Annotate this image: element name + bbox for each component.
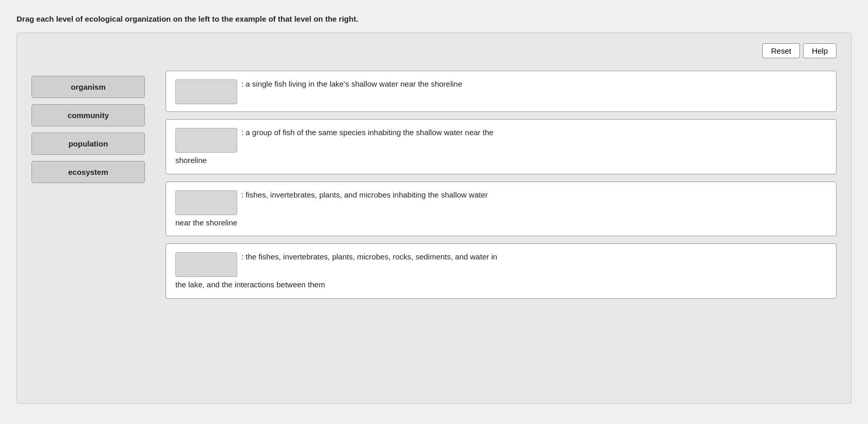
top-buttons: Reset Help: [31, 43, 837, 58]
page-wrapper: Drag each level of ecological organizati…: [0, 0, 868, 404]
drop-zone-3-text-line1: : fishes, invertebrates, plants, and mic…: [241, 189, 488, 201]
drop-box-1[interactable]: [175, 79, 237, 104]
content-area: organism community population ecosystem …: [31, 71, 837, 299]
drag-item-community[interactable]: community: [31, 104, 145, 126]
left-panel: organism community population ecosystem: [31, 71, 145, 183]
drop-zone-2[interactable]: : a group of fish of the same species in…: [166, 119, 837, 174]
drop-zone-3-text-line2: near the shoreline: [175, 217, 827, 229]
drop-zone-3[interactable]: : fishes, invertebrates, plants, and mic…: [166, 182, 837, 237]
drop-zone-3-firstline: : fishes, invertebrates, plants, and mic…: [175, 189, 827, 215]
drag-item-population[interactable]: population: [31, 133, 145, 155]
drop-zone-2-text-line1: : a group of fish of the same species in…: [241, 127, 494, 139]
drag-item-ecosystem[interactable]: ecosystem: [31, 161, 145, 183]
drop-zone-2-firstline: : a group of fish of the same species in…: [175, 127, 827, 153]
drop-box-2[interactable]: [175, 128, 237, 153]
reset-button[interactable]: Reset: [762, 43, 800, 58]
activity-container: Reset Help organism community population…: [17, 32, 851, 404]
drop-zone-1[interactable]: : a single fish living in the lake’s sha…: [166, 71, 837, 112]
drop-zone-1-text: : a single fish living in the lake’s sha…: [241, 78, 827, 90]
drag-item-organism[interactable]: organism: [31, 76, 145, 98]
instructions: Drag each level of ecological organizati…: [17, 14, 851, 23]
help-button[interactable]: Help: [803, 43, 837, 58]
drop-zone-4-firstline: : the fishes, invertebrates, plants, mic…: [175, 251, 827, 277]
drop-zone-3-content: : fishes, invertebrates, plants, and mic…: [175, 189, 827, 229]
drop-zone-4-content: : the fishes, invertebrates, plants, mic…: [175, 251, 827, 291]
right-panel: : a single fish living in the lake’s sha…: [166, 71, 837, 299]
drop-zone-4[interactable]: : the fishes, invertebrates, plants, mic…: [166, 243, 837, 299]
drop-zone-2-text-line2: shoreline: [175, 155, 827, 167]
drop-zone-4-text-line1: : the fishes, invertebrates, plants, mic…: [241, 251, 497, 263]
drop-box-3[interactable]: [175, 190, 237, 215]
drop-zone-2-content: : a group of fish of the same species in…: [175, 127, 827, 167]
drop-box-4[interactable]: [175, 252, 237, 277]
drop-zone-4-text-line2: the lake, and the interactions between t…: [175, 279, 827, 291]
